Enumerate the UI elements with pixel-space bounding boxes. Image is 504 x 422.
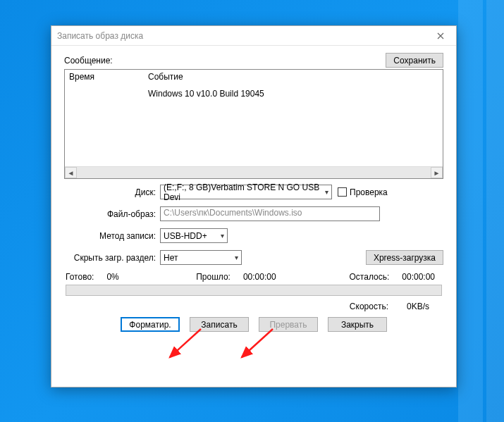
disk-label: Диск: — [64, 187, 160, 197]
scroll-right-icon[interactable]: ► — [431, 167, 443, 178]
image-file-field[interactable]: C:\Users\пк\Documents\Windows.iso — [160, 206, 380, 221]
done-value: 0% — [106, 272, 118, 282]
message-label: Сообщение: — [64, 56, 113, 66]
dialog-content: Сообщение: Сохранить Время Событие Windo… — [51, 46, 456, 342]
speed-label: Скорость: — [350, 302, 388, 311]
close-button[interactable]: Закрыть — [328, 317, 387, 332]
chevron-down-icon: ▾ — [235, 254, 238, 261]
titlebar: Записать образ диска — [51, 26, 456, 46]
desktop-stripe — [458, 0, 483, 422]
log-listview[interactable]: Время Событие Windows 10 v10.0 Build 190… — [64, 69, 443, 179]
progress-bar — [66, 285, 442, 296]
disk-select[interactable]: (E:,F:, 8 GB)Verbatim STORE N GO USB Dev… — [160, 185, 332, 199]
log-col-time: Время — [69, 72, 148, 82]
format-button[interactable]: Форматир. — [121, 317, 180, 332]
log-cell-time — [69, 89, 148, 166]
log-col-event: Событие — [148, 72, 183, 82]
scroll-track[interactable] — [77, 167, 431, 178]
hide-boot-label: Скрыть загр. раздел: — [64, 253, 160, 263]
elapsed-value: 00:00:00 — [243, 272, 276, 282]
remaining-label: Осталось: — [350, 272, 390, 282]
remaining-value: 00:00:00 — [402, 272, 435, 282]
disk-select-value: (E:,F:, 8 GB)Verbatim STORE N GO USB Dev… — [164, 182, 321, 202]
window-title: Записать образ диска — [57, 31, 429, 41]
image-file-value: C:\Users\пк\Documents\Windows.iso — [164, 208, 302, 218]
burn-image-dialog: Записать образ диска Сообщение: Сохранит… — [51, 25, 457, 387]
checkbox-box-icon — [338, 187, 347, 197]
desktop-stripe — [486, 0, 504, 422]
image-file-label: Файл-образ: — [64, 209, 160, 219]
close-icon[interactable] — [429, 27, 452, 44]
hide-boot-value: Нет — [164, 253, 178, 263]
verify-checkbox[interactable]: Проверка — [338, 187, 434, 197]
write-method-select[interactable]: USB-HDD+ ▾ — [160, 228, 228, 243]
elapsed-label: Прошло: — [196, 272, 231, 282]
write-button[interactable]: Записать — [190, 317, 249, 332]
save-log-button[interactable]: Сохранить — [386, 53, 443, 68]
abort-button: Прервать — [259, 317, 318, 332]
write-method-label: Метод записи: — [64, 231, 160, 241]
done-label: Готово: — [66, 272, 94, 282]
hide-boot-select[interactable]: Нет ▾ — [160, 250, 242, 265]
scroll-left-icon[interactable]: ◄ — [65, 167, 77, 178]
chevron-down-icon: ▾ — [325, 188, 328, 196]
speed-value: 0KB/s — [407, 302, 429, 311]
log-horizontal-scrollbar[interactable]: ◄ ► — [65, 166, 443, 178]
write-method-value: USB-HDD+ — [164, 231, 207, 241]
xpress-boot-button[interactable]: Xpress-загрузка — [366, 250, 443, 265]
verify-checkbox-label: Проверка — [350, 187, 388, 197]
log-cell-event: Windows 10 v10.0 Build 19045 — [148, 89, 264, 166]
chevron-down-icon: ▾ — [221, 232, 224, 240]
